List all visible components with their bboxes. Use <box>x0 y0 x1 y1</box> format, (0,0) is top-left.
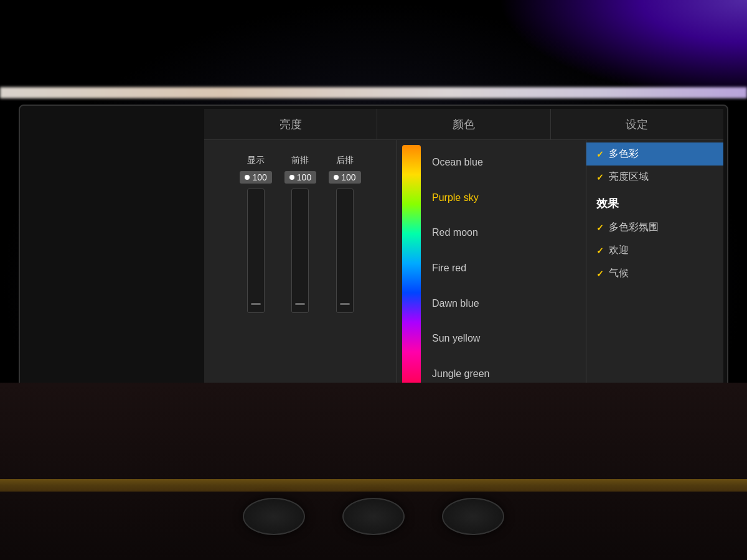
settings-panel: ✓多色彩✓亮度区域效果✓多色彩氛围✓欢迎✓气候 <box>586 140 723 396</box>
setting-item-multicolor[interactable]: ✓多色彩 <box>586 142 723 166</box>
setting-item-brightness-zone[interactable]: ✓亮度区域 <box>586 166 723 189</box>
display-label: 显示 <box>247 155 265 166</box>
color-list-area: Ocean bluePurple skyRed moonFire redDawn… <box>397 140 586 396</box>
vent-center <box>342 498 405 535</box>
color-gradient-bar <box>402 145 421 391</box>
color-option-fire-red[interactable]: Fire red <box>427 259 581 278</box>
setting-item-welcome[interactable]: ✓欢迎 <box>586 239 723 262</box>
wood-trim <box>0 479 747 492</box>
check-icon-climate: ✓ <box>596 269 604 279</box>
display-value-badge: 100 <box>240 171 271 184</box>
brightness-panel: 显示 100 前排 100 <box>204 140 397 396</box>
setting-label-multicolor-ambience: 多色彩氛围 <box>609 221 713 234</box>
setting-label-welcome: 欢迎 <box>609 244 713 257</box>
ambient-light-strip <box>0 87 747 98</box>
color-option-purple-sky[interactable]: Purple sky <box>427 189 581 207</box>
color-option-ocean-blue[interactable]: Ocean blue <box>427 153 581 172</box>
tab-settings[interactable]: 设定 <box>551 109 723 139</box>
header-tabs: 亮度 颜色 设定 <box>204 109 723 140</box>
vent-right <box>442 498 504 535</box>
display-dot <box>245 175 250 180</box>
front-value-badge: 100 <box>284 171 316 184</box>
check-icon-multicolor-ambience: ✓ <box>596 223 604 233</box>
rear-dot <box>334 175 339 180</box>
rear-slider[interactable] <box>336 189 354 313</box>
check-icon-welcome: ✓ <box>596 246 604 256</box>
setting-label-multicolor: 多色彩 <box>609 147 713 161</box>
tab-color[interactable]: 颜色 <box>377 109 550 139</box>
display-slider[interactable] <box>247 189 265 313</box>
slider-group: 显示 100 前排 100 <box>210 155 390 313</box>
car-interior-bottom <box>0 383 747 560</box>
rear-value-badge: 100 <box>329 171 360 184</box>
color-option-jungle-green[interactable]: Jungle green <box>427 365 581 383</box>
color-option-dawn-blue[interactable]: Dawn blue <box>427 294 581 313</box>
vent-left <box>243 498 305 535</box>
check-icon-brightness-zone: ✓ <box>596 172 604 182</box>
display-slider-col: 显示 100 <box>240 155 271 313</box>
front-label: 前排 <box>291 155 309 166</box>
setting-item-climate[interactable]: ✓气候 <box>586 262 723 285</box>
setting-label-climate: 气候 <box>609 267 713 280</box>
main-content: 亮度 颜色 设定 显示 100 <box>204 109 723 396</box>
check-icon-multicolor: ✓ <box>596 149 604 159</box>
rear-slider-col: 后排 100 <box>329 155 360 313</box>
tab-brightness[interactable]: 亮度 <box>204 109 377 139</box>
front-dot <box>289 175 294 180</box>
front-slider[interactable] <box>291 189 309 313</box>
purple-glow <box>498 0 747 100</box>
panels-container: 显示 100 前排 100 <box>204 140 723 396</box>
rear-label: 后排 <box>336 155 354 166</box>
setting-label-brightness-zone: 亮度区域 <box>609 170 713 184</box>
color-option-sun-yellow[interactable]: Sun yellow <box>427 329 581 348</box>
color-panel: Ocean bluePurple skyRed moonFire redDawn… <box>397 140 586 396</box>
front-slider-col: 前排 100 <box>284 155 316 313</box>
setting-item-effects-header: 效果 <box>586 189 723 216</box>
setting-item-multicolor-ambience[interactable]: ✓多色彩氛围 <box>586 216 723 239</box>
color-options: Ocean bluePurple skyRed moonFire redDawn… <box>427 145 581 391</box>
vents-area <box>0 498 747 535</box>
color-option-red-moon[interactable]: Red moon <box>427 223 581 242</box>
